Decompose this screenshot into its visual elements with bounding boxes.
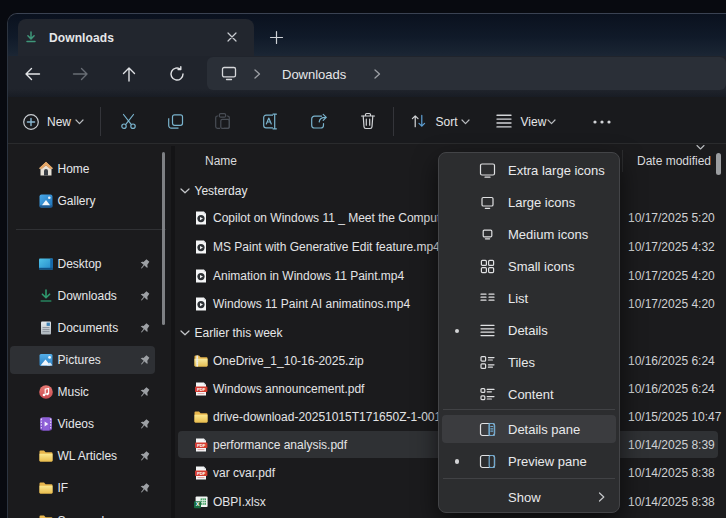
svg-text:PDF: PDF	[196, 471, 205, 476]
svg-text:X: X	[195, 501, 199, 507]
svg-text:PDF: PDF	[196, 387, 205, 392]
svg-text:PDF: PDF	[196, 443, 205, 448]
